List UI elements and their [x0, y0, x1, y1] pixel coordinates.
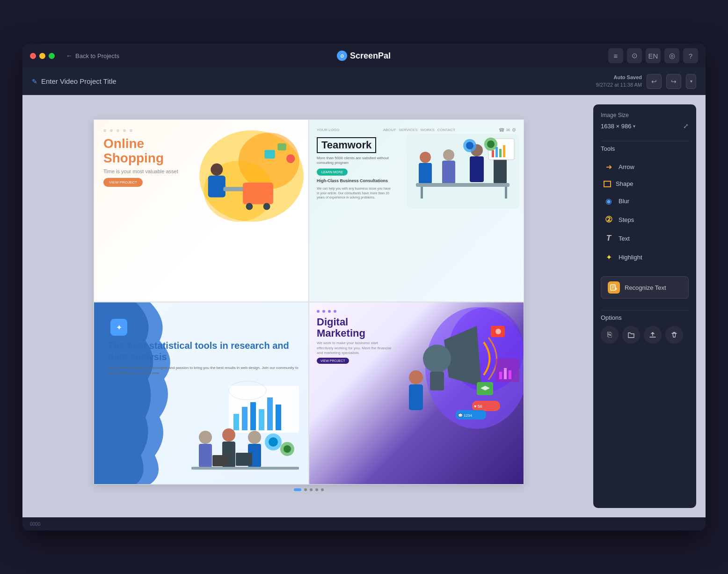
tool-blur[interactable]: ◉ Blur	[601, 192, 689, 210]
redo-button[interactable]: ↪	[666, 74, 681, 89]
upload-button[interactable]	[644, 326, 662, 344]
tool-arrow[interactable]: ➜ Arrow	[601, 158, 689, 176]
canvas-dot[interactable]	[304, 488, 307, 491]
highlight-tool-label: Highlight	[619, 254, 642, 261]
teamwork-illustration	[402, 120, 524, 302]
close-button[interactable]	[30, 53, 36, 59]
svg-rect-64	[499, 372, 502, 379]
undo-button[interactable]: ↩	[647, 74, 662, 89]
language-button[interactable]: EN	[646, 48, 661, 63]
canvas-cell-marketing: Digital Marketing We work to make your b…	[309, 302, 524, 485]
marketing-cta: VIEW PROJECT	[317, 358, 349, 364]
nav-dot	[317, 310, 320, 313]
canvas-dot[interactable]	[321, 488, 324, 491]
shopping-title-line2: Shopping	[103, 151, 299, 166]
options-section: Options ⎘	[601, 314, 689, 344]
minimize-button[interactable]	[39, 53, 45, 59]
bottom-bar: 0000	[22, 517, 706, 530]
stats-text-block: The best statistical tools in research a…	[108, 340, 299, 384]
delete-button[interactable]	[665, 326, 683, 344]
autosave-time: 9/27/22 at 11:38 AM	[596, 82, 642, 88]
svg-rect-57	[430, 372, 444, 390]
history-button[interactable]: ⊙	[627, 48, 642, 63]
svg-rect-21	[416, 183, 510, 187]
svg-rect-25	[492, 150, 494, 157]
canvas-dot[interactable]	[315, 488, 318, 491]
stats-description: We combine creativity, technologies and …	[108, 365, 299, 375]
project-title-area: ✎ Enter Video Project Title	[32, 77, 116, 85]
stats-illustration	[182, 376, 304, 479]
svg-text:💬 1234: 💬 1234	[458, 413, 473, 418]
blur-tool-label: Blur	[619, 198, 629, 205]
traffic-lights	[30, 53, 55, 59]
open-file-button[interactable]	[622, 326, 640, 344]
menu-list-button[interactable]: ≡	[608, 48, 623, 63]
undo-redo-dropdown[interactable]: ▾	[686, 74, 696, 89]
svg-point-51	[269, 437, 278, 447]
tool-shape[interactable]: Shape	[601, 177, 689, 191]
image-size-label: Image Size	[601, 112, 689, 118]
teamwork-cta: LEARN MORE	[317, 169, 348, 176]
tool-text[interactable]: T Text	[601, 229, 689, 247]
canvas-cell-teamwork: YOUR LOGO ABOUTSERVICESWORKSCONTACT ☎✉⚙ …	[309, 119, 524, 302]
title-center: ⊙ ScreenPal	[125, 51, 603, 61]
tool-steps[interactable]: ② Steps	[601, 211, 689, 228]
teamwork-title: Teamwork	[317, 137, 376, 153]
toolbar-right: Auto Saved 9/27/22 at 11:38 AM ↩ ↪ ▾	[596, 74, 696, 89]
back-label: Back to Projects	[75, 52, 119, 59]
title-bar: ← Back to Projects ⊙ ScreenPal ≡ ⊙ EN ◎ …	[22, 44, 706, 68]
autosave-info: Auto Saved 9/27/22 at 11:38 AM	[596, 74, 642, 88]
main-content: Online Shopping Time is your most valuab…	[22, 95, 706, 517]
canvas-container[interactable]: Online Shopping Time is your most valuab…	[94, 119, 524, 485]
copy-button[interactable]: ⎘	[601, 326, 619, 344]
divider	[601, 141, 689, 141]
canvas-cell-statistics: ✦ The best statistical tools in research…	[94, 302, 309, 485]
svg-rect-47	[191, 467, 299, 470]
canvas-area: Online Shopping Time is your most valuab…	[32, 104, 586, 508]
size-dropdown-icon[interactable]: ▾	[633, 124, 635, 129]
arrow-tool-icon: ➜	[604, 162, 614, 172]
svg-rect-65	[504, 368, 507, 379]
svg-rect-62	[409, 384, 423, 410]
svg-point-15	[443, 149, 454, 161]
svg-point-30	[466, 142, 473, 149]
canvas-dot-active[interactable]	[294, 488, 301, 491]
teamwork-desc: We can help you with any business issue …	[317, 186, 392, 199]
project-title-input[interactable]: Enter Video Project Title	[41, 77, 116, 85]
image-size-value: 1638 × 986 ▾	[601, 123, 635, 130]
marketing-subtitle: We work to make your business start effe…	[317, 341, 392, 355]
recognize-text-button[interactable]: Recognize Text	[601, 276, 689, 299]
svg-rect-38	[267, 397, 273, 430]
stats-title: The best statistical tools in research a…	[108, 340, 299, 362]
nav-dot	[123, 129, 126, 132]
tool-highlight[interactable]: ✦ Highlight	[601, 248, 689, 266]
svg-rect-26	[495, 147, 498, 157]
svg-point-56	[423, 345, 451, 373]
svg-rect-37	[259, 409, 264, 430]
canvas-pagination	[294, 485, 324, 493]
help-button[interactable]: ?	[683, 48, 698, 63]
app-window: ← Back to Projects ⊙ ScreenPal ≡ ⊙ EN ◎ …	[22, 44, 706, 530]
nav-dot	[103, 129, 106, 132]
svg-rect-42	[199, 444, 212, 467]
nav-dot	[110, 129, 113, 132]
divider	[601, 310, 689, 310]
svg-rect-23	[505, 187, 507, 199]
recognize-text-icon	[608, 281, 620, 294]
shape-tool-icon	[604, 181, 611, 187]
maximize-button[interactable]	[49, 53, 55, 59]
nav-dot	[116, 129, 119, 132]
canvas-dot[interactable]	[310, 488, 313, 491]
svg-rect-16	[442, 161, 455, 184]
shopping-title-line1: Online	[103, 137, 299, 151]
svg-point-32	[487, 140, 495, 148]
back-to-projects-button[interactable]: ← Back to Projects	[66, 52, 119, 59]
nav-dot	[130, 129, 132, 132]
logo-icon: ⊙	[337, 51, 347, 61]
svg-point-61	[409, 370, 423, 384]
svg-point-13	[420, 152, 431, 163]
stats-logo-icon: ✦	[110, 319, 127, 336]
svg-rect-22	[421, 187, 423, 199]
layers-button[interactable]: ◎	[664, 48, 679, 63]
resize-icon[interactable]: ⤢	[683, 122, 689, 130]
